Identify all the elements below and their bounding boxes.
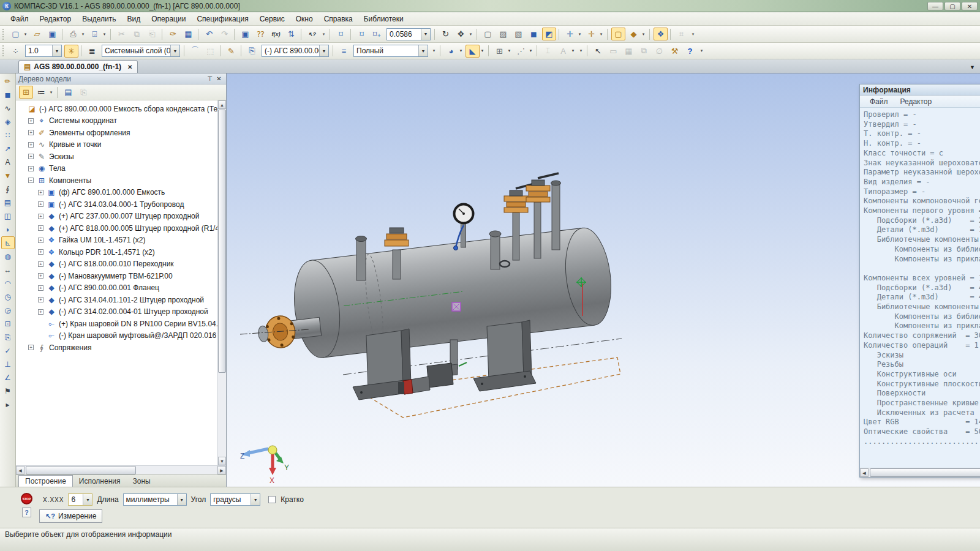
angle-unit-combo[interactable]: градусы ▼ bbox=[210, 493, 260, 506]
menu-item[interactable]: Файл bbox=[864, 96, 894, 107]
tree-item[interactable]: + ◆ (-) АГС 314.04.01.101-2 Штуцер прохо… bbox=[16, 294, 217, 306]
angle-dimension-icon[interactable]: ∠ bbox=[1, 371, 15, 384]
tree-item[interactable]: + ◆ (-) АГС 890.00.00.001 Фланец bbox=[16, 282, 217, 294]
expand-toggle-icon[interactable]: + bbox=[38, 190, 43, 195]
expand-toggle-icon[interactable]: + bbox=[38, 225, 43, 231]
tree-item[interactable]: + ∮ Сопряжения bbox=[16, 342, 217, 354]
hatch-dropdown-icon[interactable]: ▾ bbox=[527, 45, 534, 58]
help-icon[interactable]: ? bbox=[683, 45, 697, 58]
document-combo[interactable]: (-) АГС 890.00.00.000 ▼ bbox=[262, 45, 329, 57]
dropdown-arrow-icon[interactable]: ▼ bbox=[177, 494, 186, 505]
renumber-icon[interactable]: ⇅ bbox=[284, 28, 298, 40]
scroll-down-icon[interactable]: ▼ bbox=[218, 457, 226, 465]
undo-icon[interactable]: ↶ bbox=[202, 28, 216, 40]
scan-icon[interactable]: ⌗ bbox=[674, 28, 688, 40]
menu-item[interactable]: Операции bbox=[146, 13, 191, 24]
scroll-thumb[interactable] bbox=[26, 466, 136, 474]
filter-icon[interactable]: ▼ bbox=[1, 169, 15, 182]
plane-dimension-icon[interactable]: ⊥ bbox=[1, 358, 15, 370]
toolbar-grip[interactable] bbox=[2, 45, 6, 56]
tree-item[interactable]: + ◆ (-) АГС 314.02.00.004-01 Штуцер прох… bbox=[16, 306, 217, 318]
points-icon[interactable]: ∷ bbox=[1, 129, 15, 141]
snap-filter-icon[interactable]: ✛ bbox=[563, 28, 577, 40]
save-icon[interactable]: ▣ bbox=[45, 28, 59, 40]
dimension-icon[interactable]: ↔ bbox=[1, 263, 15, 276]
filter-dropdown-icon[interactable]: ▾ bbox=[598, 28, 605, 40]
hidden-lines-icon[interactable]: ▨ bbox=[496, 28, 510, 40]
precision-combo[interactable]: 6 ▼ bbox=[68, 493, 92, 506]
preview-dropdown-icon[interactable]: ▾ bbox=[101, 28, 108, 40]
menu-item[interactable]: Сервис bbox=[254, 13, 290, 24]
zoom-frame-icon[interactable]: ⌑ bbox=[334, 28, 348, 40]
copy-object-icon[interactable]: ↗ bbox=[1, 142, 15, 155]
roughness-icon[interactable]: ◶ bbox=[1, 304, 15, 317]
dropdown-arrow-icon[interactable]: ▼ bbox=[83, 494, 92, 505]
toolbar-overflow-icon[interactable]: ▾ bbox=[431, 45, 437, 58]
scroll-up-icon[interactable]: ▲ bbox=[218, 100, 226, 109]
tab-list-dropdown-icon[interactable]: ▼ bbox=[970, 64, 975, 70]
tree-item[interactable]: + ✐ Элементы оформления bbox=[16, 127, 217, 139]
expand-toggle-icon[interactable]: + bbox=[38, 297, 43, 302]
display-mode-combo[interactable]: Полный ▼ bbox=[353, 45, 428, 57]
zoom-in-icon[interactable]: ⌑₊ bbox=[370, 28, 384, 40]
tab-zony[interactable]: Зоны bbox=[127, 476, 157, 487]
doc-tree-icon[interactable]: ⎘ bbox=[245, 45, 259, 58]
tree-view-dropdown-icon[interactable]: ▾ bbox=[48, 86, 55, 99]
tree-item[interactable]: + ◆ (+) АГС 818.00.00.005 Штуцер проходн… bbox=[16, 222, 217, 234]
dimension-icon[interactable]: ⌶ bbox=[541, 45, 555, 58]
mp-table-icon[interactable]: ▦ bbox=[622, 45, 636, 58]
expand-toggle-icon[interactable]: + bbox=[28, 130, 34, 135]
menu-item[interactable]: Файл bbox=[5, 13, 34, 24]
format-brush-icon[interactable]: ✑ bbox=[166, 28, 180, 40]
dropdown-arrow-icon[interactable]: ▼ bbox=[319, 45, 328, 56]
menu-item[interactable]: Окно bbox=[290, 13, 318, 24]
restore-button[interactable]: ▢ bbox=[944, 2, 960, 10]
scroll-thumb[interactable] bbox=[870, 468, 980, 477]
expand-toggle-icon[interactable]: − bbox=[28, 178, 34, 183]
windows-icon[interactable]: ▣ bbox=[238, 28, 252, 40]
view-control-icon[interactable]: ◠ bbox=[1, 277, 15, 290]
expand-toggle-icon[interactable]: + bbox=[38, 261, 43, 267]
spatial-curve-icon[interactable]: ∿ bbox=[1, 102, 15, 114]
variables-icon[interactable]: ⁇ bbox=[254, 28, 268, 40]
tree-item[interactable]: + ✎ Эскизы bbox=[16, 151, 217, 163]
wireframe-icon[interactable]: ▢ bbox=[481, 28, 495, 40]
hatch-icon[interactable]: ⋰ bbox=[514, 45, 528, 58]
info-horizontal-scrollbar[interactable]: ◀ ▶ bbox=[860, 468, 980, 477]
tree-item[interactable]: + ◆ (-) АГС 818.00.00.010 Переходник bbox=[16, 258, 217, 271]
snap-dropdown-icon[interactable]: ▾ bbox=[576, 28, 583, 40]
measure-info-icon[interactable]: ↖ bbox=[591, 45, 605, 58]
layer-combo[interactable]: Системный слой (0) ▼ bbox=[102, 45, 180, 57]
copy-icon[interactable]: ⧉ bbox=[130, 28, 144, 40]
annotation-icon[interactable]: A bbox=[1, 156, 15, 168]
nozzle-1[interactable] bbox=[356, 236, 367, 281]
expand-toggle-icon[interactable]: + bbox=[28, 118, 34, 124]
tree-item[interactable]: + ⌖ Системы координат bbox=[16, 115, 217, 127]
tree-item[interactable]: + ◆ (+) АГС 237.00.00.007 Штуцер проходн… bbox=[16, 211, 217, 223]
menu-item[interactable]: Редактор bbox=[894, 96, 938, 107]
brief-checkbox[interactable] bbox=[268, 496, 276, 503]
tree-item[interactable]: − ⊞ Компоненты bbox=[16, 174, 217, 187]
clip-dropdown-icon[interactable]: ▾ bbox=[479, 45, 486, 58]
nozzle-4[interactable] bbox=[551, 181, 561, 250]
spec-dropdown-icon[interactable]: ▾ bbox=[506, 45, 513, 58]
zoom-scale-combo[interactable]: 0.0586 ▼ bbox=[386, 28, 431, 40]
shaded-icon[interactable]: ◼ bbox=[527, 28, 541, 40]
expand-toggle-icon[interactable]: + bbox=[28, 154, 34, 159]
tab-close-icon[interactable]: ✕ bbox=[127, 64, 132, 70]
hidden-thin-icon[interactable]: ▧ bbox=[511, 28, 526, 40]
attachments-icon[interactable]: ∮ bbox=[1, 182, 15, 195]
scroll-right-icon[interactable]: ▶ bbox=[217, 466, 226, 474]
fx-icon[interactable]: f(x) bbox=[269, 28, 283, 40]
menu-item[interactable]: Спецификация bbox=[191, 13, 254, 24]
tree-item[interactable]: + ▣ (ф) АГС 890.01.00.000 Емкость bbox=[16, 187, 217, 199]
expand-toggle-icon[interactable]: + bbox=[28, 345, 34, 350]
shaded-edges-icon[interactable]: ◩ bbox=[542, 28, 556, 40]
dropdown-arrow-icon[interactable]: ▼ bbox=[52, 45, 61, 56]
length-unit-combo[interactable]: миллиметры ▼ bbox=[123, 493, 187, 506]
menu-item[interactable]: Вид bbox=[122, 13, 146, 24]
tools-icon[interactable]: ⚒ bbox=[668, 45, 682, 58]
minimize-button[interactable]: — bbox=[927, 2, 943, 10]
dropdown-arrow-icon[interactable]: ▼ bbox=[170, 45, 179, 56]
expand-toggle-icon[interactable]: + bbox=[38, 201, 43, 207]
